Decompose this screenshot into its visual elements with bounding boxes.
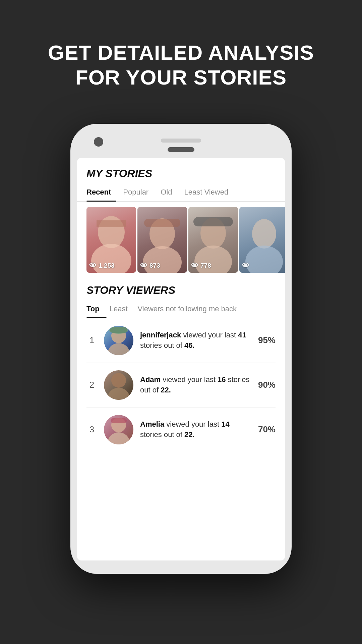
background: GET DETAILED ANALYSIS FOR YOUR STORIES M… <box>0 0 362 644</box>
tab-recent[interactable]: Recent <box>86 185 116 201</box>
viewer-info-3: Amelia viewed your last 14 stories out o… <box>140 419 251 440</box>
svg-rect-8 <box>193 217 233 226</box>
svg-rect-5 <box>144 219 180 227</box>
svg-rect-19 <box>111 418 127 423</box>
tab-least-viewed[interactable]: Least Viewed <box>184 185 234 201</box>
viewer-rank-1: 1 <box>86 335 97 345</box>
viewer-percent-3: 70% <box>258 424 276 435</box>
stories-tabs: Recent Popular Old Least Viewed <box>77 185 285 202</box>
story-viewers-title: STORY VIEWERS <box>77 281 285 302</box>
viewer-avatar-2 <box>104 370 133 400</box>
eye-icon-1: 👁 <box>89 261 97 270</box>
svg-point-12 <box>108 343 129 355</box>
phone-screen: MY STORIES Recent Popular Old Least View… <box>77 158 285 560</box>
viewer-rank-2: 2 <box>86 380 97 390</box>
viewer-text-mid-1: stories out of <box>140 341 184 350</box>
viewer-info-1: jenniferjack viewed your last 41 stories… <box>140 330 251 351</box>
phone-top <box>77 134 285 153</box>
viewer-item-1[interactable]: 1 <box>86 318 276 363</box>
viewer-text-3: viewed your last <box>166 420 221 428</box>
tab-popular[interactable]: Popular <box>123 185 154 201</box>
viewer-text-2: viewed your last <box>163 375 218 384</box>
story-item[interactable]: 👁 778 <box>188 207 238 273</box>
vtab-least[interactable]: Least <box>110 302 134 318</box>
viewer-total-2: 22. <box>161 386 171 394</box>
story-views-1: 👁 1.253 <box>89 261 115 270</box>
tab-old[interactable]: Old <box>161 185 177 201</box>
vtab-not-following[interactable]: Viewers not following me back <box>138 302 244 318</box>
viewer-text-mid-3: stories out of <box>140 430 184 439</box>
story-views-4: 👁 <box>242 261 249 270</box>
eye-icon-2: 👁 <box>140 261 147 270</box>
camera-icon <box>94 137 103 147</box>
viewer-username-2: Adam <box>140 375 161 384</box>
app-content: MY STORIES Recent Popular Old Least View… <box>77 158 285 452</box>
home-indicator <box>168 147 194 152</box>
avatar-image-1 <box>104 326 133 355</box>
viewer-total-3: 22. <box>184 430 195 439</box>
viewer-total-1: 46. <box>184 341 195 350</box>
viewer-stories-count-2: 16 <box>218 375 226 384</box>
viewer-rank-3: 3 <box>86 424 97 435</box>
my-stories-title: MY STORIES <box>77 158 285 185</box>
viewer-percent-1: 95% <box>258 335 276 345</box>
eye-icon-4: 👁 <box>242 261 249 270</box>
viewer-list: 1 <box>77 318 285 452</box>
viewer-avatar-1 <box>104 326 133 355</box>
stories-row: 👁 1.253 <box>77 207 285 281</box>
viewer-info-2: Adam viewed your last 16 stories out of … <box>140 375 251 395</box>
story-views-3: 👁 778 <box>191 261 211 270</box>
svg-rect-14 <box>110 327 127 333</box>
svg-point-15 <box>111 373 126 388</box>
viewer-item-2[interactable]: 2 Ada <box>86 363 276 408</box>
avatar-image-3 <box>104 415 133 444</box>
speaker-grille <box>161 139 201 143</box>
viewer-stories-count-3: 14 <box>221 420 229 428</box>
viewer-username-3: Amelia <box>140 420 164 428</box>
svg-point-10 <box>245 246 283 273</box>
viewer-percent-2: 90% <box>258 380 276 390</box>
story-viewers-section: STORY VIEWERS Top Least Viewers not foll… <box>77 281 285 452</box>
svg-point-18 <box>108 432 129 444</box>
story-item[interactable]: 👁 <box>239 207 285 273</box>
viewer-item-3[interactable]: 3 <box>86 408 276 452</box>
avatar-image-2 <box>104 370 133 400</box>
phone-wrapper: MY STORIES Recent Popular Old Least View… <box>0 124 362 574</box>
viewer-avatar-3 <box>104 415 133 444</box>
hero-title: GET DETAILED ANALYSIS FOR YOUR STORIES <box>27 40 335 90</box>
svg-point-16 <box>108 388 129 400</box>
svg-point-9 <box>252 219 276 249</box>
vtab-top[interactable]: Top <box>86 302 106 318</box>
eye-icon-3: 👁 <box>191 261 198 270</box>
story-item[interactable]: 👁 1.253 <box>86 207 136 273</box>
hero-section: GET DETAILED ANALYSIS FOR YOUR STORIES <box>0 0 362 110</box>
story-item[interactable]: 👁 873 <box>137 207 187 273</box>
viewer-stories-count-1: 41 <box>238 331 246 339</box>
viewers-tabs: Top Least Viewers not following me back <box>77 302 285 318</box>
viewer-text-1: viewed your last <box>183 331 238 339</box>
story-views-2: 👁 873 <box>140 261 160 270</box>
viewer-username-1: jenniferjack <box>140 331 181 339</box>
phone-frame: MY STORIES Recent Popular Old Least View… <box>70 124 292 574</box>
